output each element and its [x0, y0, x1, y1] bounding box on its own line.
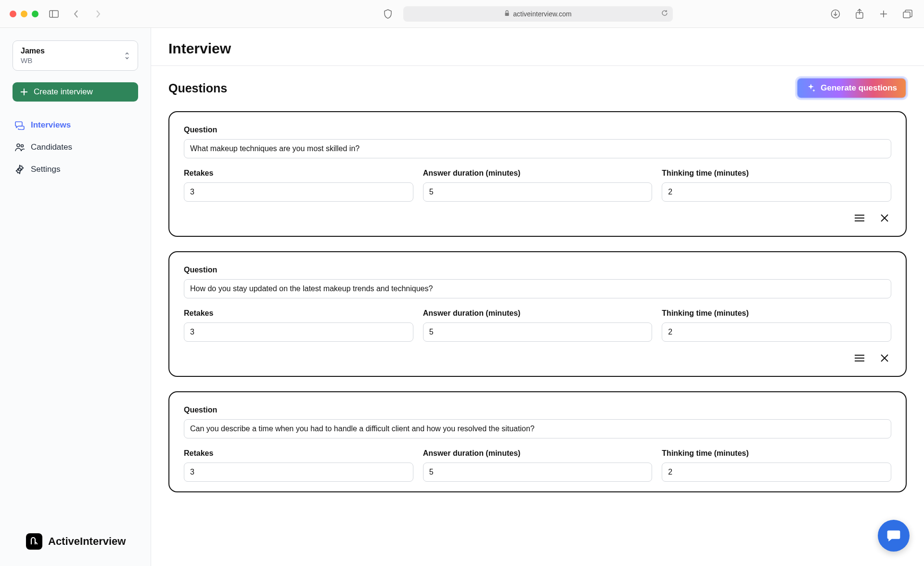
people-icon	[14, 142, 25, 153]
main-content: Interview Questions Generate questions Q…	[151, 28, 924, 566]
answer-duration-input[interactable]	[423, 463, 653, 482]
share-icon[interactable]	[853, 7, 866, 21]
account-switcher[interactable]: James WB	[13, 40, 138, 71]
question-text-input[interactable]	[184, 419, 891, 438]
sidebar-toggle-icon[interactable]	[47, 7, 61, 21]
lock-icon	[504, 10, 510, 17]
address-bar[interactable]: activeinterview.com	[403, 6, 673, 22]
nav-settings-label: Settings	[31, 165, 60, 174]
retakes-label: Retakes	[184, 449, 413, 458]
question-card: Question Retakes Answer duration (minute…	[168, 391, 907, 492]
svg-point-12	[21, 145, 24, 147]
svg-rect-2	[505, 13, 509, 16]
nav-candidates[interactable]: Candidates	[13, 138, 138, 156]
question-text-input[interactable]	[184, 279, 891, 298]
brand-name: ActiveInterview	[48, 535, 126, 548]
account-name: James	[21, 47, 45, 55]
url-text: activeinterview.com	[513, 10, 571, 18]
answer-duration-input[interactable]	[423, 322, 653, 342]
forward-button-icon[interactable]	[91, 7, 105, 21]
question-label: Question	[184, 406, 891, 414]
retakes-input[interactable]	[184, 322, 413, 342]
create-interview-label: Create interview	[34, 87, 93, 97]
close-window-button[interactable]	[10, 11, 16, 17]
brand-footer: ActiveInterview	[13, 533, 138, 553]
sidebar-nav: Interviews Candidates Settings	[13, 116, 138, 179]
refresh-icon[interactable]	[661, 10, 668, 18]
generate-questions-button[interactable]: Generate questions	[796, 77, 907, 99]
reorder-handle-icon[interactable]	[852, 351, 867, 366]
thinking-time-input[interactable]	[662, 322, 891, 342]
sparkle-icon	[806, 83, 816, 93]
delete-question-icon[interactable]	[878, 211, 891, 226]
nav-settings[interactable]: Settings	[13, 160, 138, 179]
question-card: Question Retakes Answer duration (minute…	[168, 111, 907, 237]
chat-fab-button[interactable]	[878, 520, 910, 552]
thinking-time-label: Thinking time (minutes)	[662, 309, 891, 318]
svg-rect-0	[50, 11, 58, 17]
retakes-label: Retakes	[184, 169, 413, 178]
question-label: Question	[184, 266, 891, 274]
svg-rect-8	[903, 12, 910, 18]
plus-icon	[19, 87, 29, 97]
downloads-icon[interactable]	[829, 7, 842, 21]
nav-interviews[interactable]: Interviews	[13, 116, 138, 134]
nav-interviews-label: Interviews	[31, 120, 71, 130]
question-text-input[interactable]	[184, 139, 891, 158]
create-interview-button[interactable]: Create interview	[13, 82, 138, 102]
thinking-time-label: Thinking time (minutes)	[662, 449, 891, 458]
minimize-window-button[interactable]	[21, 11, 27, 17]
chevron-updown-icon	[124, 52, 130, 60]
thinking-time-label: Thinking time (minutes)	[662, 169, 891, 178]
answer-duration-label: Answer duration (minutes)	[423, 309, 653, 318]
question-card: Question Retakes Answer duration (minute…	[168, 251, 907, 377]
chat-icon	[14, 120, 25, 130]
section-title: Questions	[168, 81, 227, 95]
maximize-window-button[interactable]	[32, 11, 38, 17]
browser-toolbar: activeinterview.com	[0, 0, 924, 28]
chat-bubble-icon	[886, 528, 901, 543]
page-title: Interview	[168, 40, 907, 57]
answer-duration-label: Answer duration (minutes)	[423, 449, 653, 458]
back-button-icon[interactable]	[69, 7, 83, 21]
retakes-input[interactable]	[184, 182, 413, 202]
tabs-icon[interactable]	[901, 7, 914, 21]
nav-candidates-label: Candidates	[31, 142, 72, 152]
retakes-label: Retakes	[184, 309, 413, 318]
answer-duration-label: Answer duration (minutes)	[423, 169, 653, 178]
thinking-time-input[interactable]	[662, 182, 891, 202]
account-org: WB	[21, 56, 45, 64]
thinking-time-input[interactable]	[662, 463, 891, 482]
brand-logo-icon	[26, 533, 42, 550]
questions-list: Question Retakes Answer duration (minute…	[151, 99, 924, 512]
answer-duration-input[interactable]	[423, 182, 653, 202]
delete-question-icon[interactable]	[878, 351, 891, 366]
question-label: Question	[184, 126, 891, 134]
generate-questions-label: Generate questions	[821, 83, 897, 93]
privacy-shield-icon[interactable]	[381, 7, 395, 21]
retakes-input[interactable]	[184, 463, 413, 482]
svg-point-11	[17, 144, 20, 147]
gear-icon	[14, 164, 25, 175]
new-tab-icon[interactable]	[877, 7, 890, 21]
window-controls	[10, 11, 38, 17]
reorder-handle-icon[interactable]	[852, 211, 867, 226]
app-sidebar: James WB Create interview Interviews	[0, 28, 151, 566]
